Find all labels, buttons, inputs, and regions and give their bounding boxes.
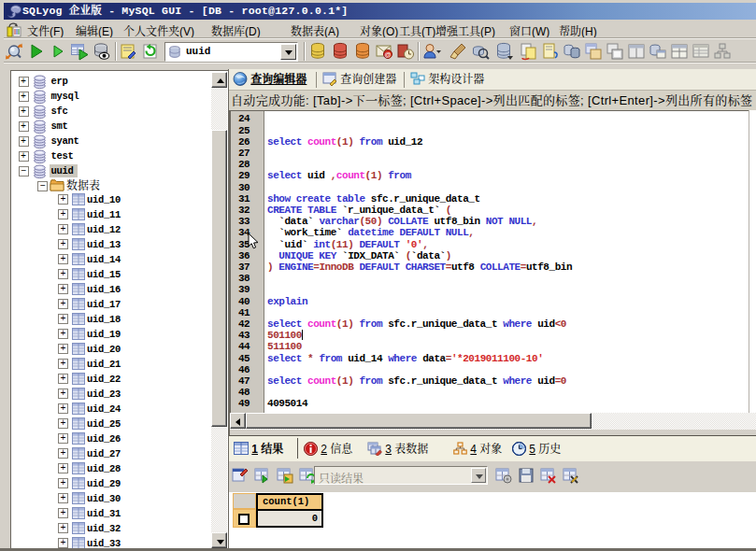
svg-text:@: @ [384,51,391,58]
